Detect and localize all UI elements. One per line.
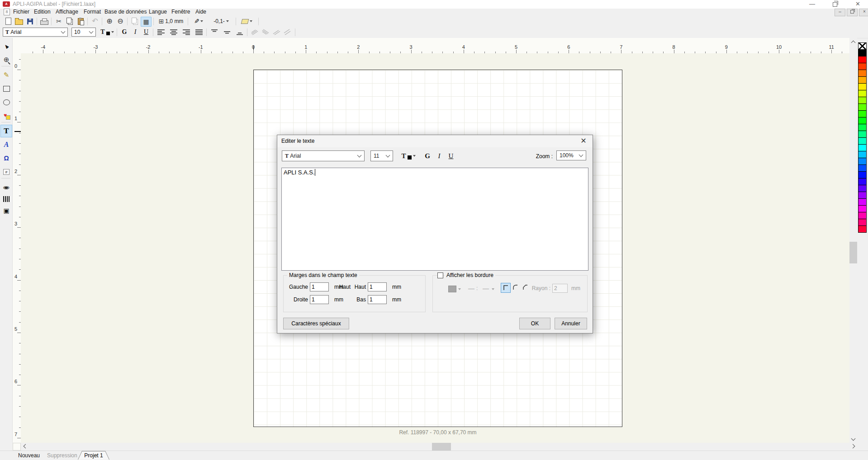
color-swatch[interactable] <box>858 219 867 226</box>
dialog-bold-button[interactable]: G <box>422 151 432 161</box>
grid-toggle-button[interactable]: ▦ <box>141 17 152 27</box>
border-width-value[interactable]: — <box>483 285 489 292</box>
corner-chamfer-button[interactable] <box>521 283 530 292</box>
zoom-in-button[interactable]: ⊕ <box>104 17 114 26</box>
text-orientation-90-button[interactable] <box>261 28 271 36</box>
scroll-down-button[interactable] <box>849 435 857 443</box>
color-swatch[interactable] <box>858 171 867 178</box>
font-color-button[interactable]: T <box>100 28 115 37</box>
paste-button[interactable] <box>76 17 85 26</box>
line-width-button[interactable]: -0,1- <box>209 17 234 26</box>
color-swatch[interactable] <box>858 131 867 138</box>
color-swatch[interactable] <box>858 178 867 185</box>
color-swatch[interactable] <box>858 164 867 172</box>
select-tool[interactable] <box>0 40 12 52</box>
italic-button[interactable]: I <box>130 28 140 37</box>
dialog-italic-button[interactable]: I <box>434 151 444 161</box>
text-edit-area[interactable]: APLI S.A.S. <box>281 168 588 271</box>
menu-aide[interactable]: Aide <box>194 9 207 16</box>
shapes-tool[interactable] <box>0 109 12 122</box>
image-tool[interactable] <box>0 181 12 193</box>
sheet-suppression[interactable]: Suppression <box>47 452 77 459</box>
dialog-font-family-combo[interactable]: T Arial <box>282 150 365 161</box>
font-size-combo[interactable]: 10 <box>71 28 96 37</box>
menu-edition[interactable]: Edition <box>33 9 52 16</box>
vertical-scrollbar[interactable] <box>849 38 857 443</box>
color-swatch[interactable] <box>858 198 867 206</box>
counter-tool[interactable] <box>0 165 12 178</box>
align-center-button[interactable] <box>168 28 179 36</box>
underline-button[interactable]: U <box>141 28 151 37</box>
menu-langue[interactable]: Langue <box>148 9 168 16</box>
ok-button[interactable]: OK <box>519 318 550 329</box>
dialog-font-color-button[interactable]: T <box>400 151 417 160</box>
restore-button[interactable] <box>825 0 845 9</box>
rectangle-tool[interactable] <box>0 82 12 95</box>
sheet-nouveau[interactable]: Nouveau <box>18 452 40 459</box>
zoom-out-button[interactable]: ⊖ <box>115 17 125 26</box>
menu-format[interactable]: Format <box>83 9 102 16</box>
corner-square-button[interactable] <box>501 283 511 293</box>
child-close-button[interactable]: × <box>859 9 868 16</box>
scroll-left-button[interactable] <box>21 443 28 451</box>
color-swatch[interactable] <box>858 49 867 56</box>
dialog-underline-button[interactable]: U <box>446 151 456 161</box>
barcode-tool[interactable] <box>0 192 12 205</box>
child-minimize-button[interactable]: – <box>835 9 845 16</box>
color-swatch[interactable] <box>858 192 867 199</box>
copy-button[interactable] <box>65 17 75 26</box>
open-button[interactable] <box>14 17 24 26</box>
color-swatch[interactable] <box>858 70 867 77</box>
align-left-button[interactable] <box>156 28 166 36</box>
text-tool[interactable] <box>0 125 12 137</box>
color-swatch[interactable] <box>858 110 867 117</box>
text-orientation-270-button[interactable] <box>282 28 293 36</box>
print-button[interactable] <box>39 17 49 26</box>
border-color-swatch[interactable] <box>448 286 456 292</box>
text-orientation-0-button[interactable] <box>250 28 261 36</box>
color-swatch[interactable] <box>858 56 867 63</box>
border-color-dropdown-icon[interactable] <box>458 288 461 290</box>
align-right-button[interactable] <box>181 28 192 36</box>
color-swatch[interactable] <box>858 76 867 84</box>
corner-rounded-button[interactable] <box>511 283 520 292</box>
dialog-title-bar[interactable]: Editer le texte ✕ <box>277 135 593 147</box>
margin-top-input[interactable] <box>368 282 387 291</box>
horizontal-scrollbar[interactable] <box>21 443 857 451</box>
color-swatch[interactable] <box>858 144 867 151</box>
show-borders-checkbox[interactable] <box>437 272 443 278</box>
color-swatch[interactable] <box>858 97 867 104</box>
pen-color-button[interactable]: ✎ <box>190 17 207 26</box>
ellipse-tool[interactable] <box>0 96 12 108</box>
color-swatch[interactable] <box>858 63 867 70</box>
border-style-value[interactable]: — <box>468 285 474 292</box>
child-restore-button[interactable] <box>847 9 858 16</box>
color-swatch[interactable] <box>858 151 867 158</box>
undo-button[interactable]: ↶ <box>90 17 100 26</box>
menu-affichage[interactable]: Affichage <box>55 9 79 16</box>
valign-middle-button[interactable] <box>222 28 232 36</box>
color-swatch[interactable] <box>858 205 867 212</box>
grid-size-button[interactable]: ⊞ 1,0 mm <box>156 17 186 26</box>
pencil-tool[interactable] <box>0 69 12 81</box>
color-swatch[interactable] <box>858 158 867 165</box>
bold-button[interactable]: G <box>119 28 129 37</box>
border-width-dropdown-icon[interactable] <box>492 288 494 290</box>
save-button[interactable] <box>25 17 35 26</box>
menu-base-de-donnees[interactable]: Base de données <box>104 9 147 16</box>
align-justify-button[interactable] <box>194 28 204 36</box>
margin-bottom-input[interactable] <box>368 295 387 304</box>
new-button[interactable] <box>3 17 13 26</box>
horizontal-scroll-thumb[interactable] <box>432 443 451 451</box>
frame-tool[interactable] <box>0 204 12 217</box>
margin-right-input[interactable] <box>310 295 329 304</box>
menu-fenetre[interactable]: Fenêtre <box>171 9 191 16</box>
minimize-button[interactable]: — <box>802 0 822 9</box>
wordart-tool[interactable] <box>0 138 12 151</box>
close-button[interactable]: ✕ <box>848 0 868 9</box>
margin-left-input[interactable] <box>310 282 329 291</box>
text-orientation-180-button[interactable] <box>271 28 282 36</box>
cut-button[interactable]: ✂ <box>54 17 64 26</box>
dialog-zoom-combo[interactable]: 100% <box>556 150 586 160</box>
valign-bottom-button[interactable] <box>234 28 245 36</box>
